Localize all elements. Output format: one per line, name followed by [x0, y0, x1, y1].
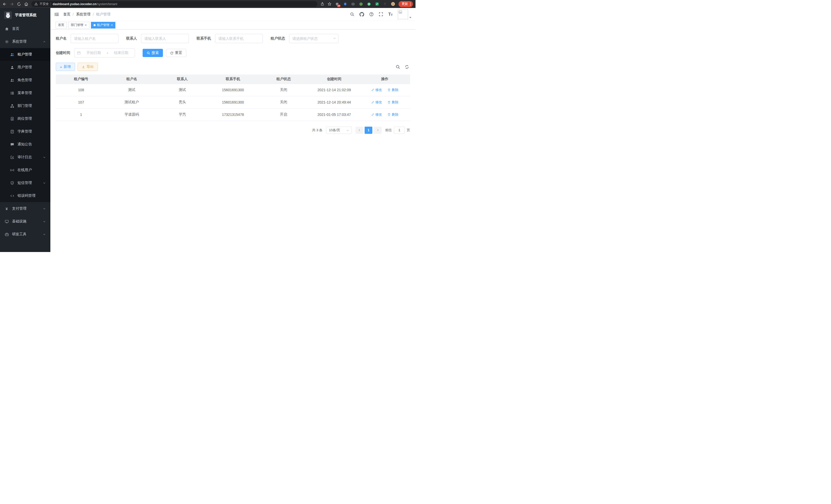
sidebar-item-system[interactable]: 系统管理 [0, 35, 50, 48]
phone-input[interactable] [215, 34, 263, 43]
extension-globe-icon[interactable] [351, 2, 355, 6]
breadcrumb-system[interactable]: 系统管理 [76, 12, 90, 17]
back-icon[interactable] [3, 2, 7, 6]
search-button[interactable]: 搜索 [143, 49, 163, 57]
sidebar-item-payment[interactable]: ¥ 支付管理 [0, 202, 50, 215]
url-domain: dashboard.yudao.iocoder.cn [53, 2, 96, 6]
sidebar-item-infra[interactable]: 基础设施 [0, 215, 50, 228]
date-separator: - [107, 51, 108, 55]
status-label: 租户状态 [270, 36, 285, 41]
goto-page-input[interactable] [394, 127, 405, 134]
extension-adblock-icon[interactable]: 10 [335, 2, 339, 6]
users-group-icon [10, 53, 14, 57]
trash-icon [388, 113, 391, 116]
tenant-name-input[interactable] [71, 34, 118, 43]
date-range-picker[interactable]: 开始日期 - 结束日期 [74, 48, 135, 58]
url-separator [51, 2, 51, 6]
sidebar-item-post[interactable]: 岗位管理 [0, 112, 50, 125]
edit-link[interactable]: 修改 [371, 88, 382, 92]
help-icon[interactable] [369, 12, 374, 17]
avatar-placeholder-icon [398, 9, 408, 19]
tenant-name-label: 租户名 [56, 36, 66, 41]
pagination: 共 3 条 10条/页 1 前往 页 [56, 127, 410, 134]
sidebar-item-dept[interactable]: 部门管理 [0, 99, 50, 112]
sidebar-item-audit-log[interactable]: 审计日志 [0, 151, 50, 164]
reset-button[interactable]: 重置 [166, 49, 186, 57]
extension-blue-icon[interactable] [343, 2, 347, 6]
page-size-select[interactable]: 10条/页 [326, 127, 352, 134]
tab-tenant[interactable]: 租户管理 × [91, 22, 116, 29]
sidebar-item-role[interactable]: 角色管理 [0, 74, 50, 87]
sidebar-item-dev-tools[interactable]: 研发工具 [0, 228, 50, 241]
share-icon[interactable] [320, 2, 324, 6]
extension-green-square-icon[interactable] [375, 2, 379, 6]
extension-green-circle-icon[interactable] [359, 2, 363, 6]
next-page-button[interactable] [374, 127, 381, 134]
search-icon[interactable] [350, 12, 354, 17]
extension-badge: 10 [337, 5, 341, 7]
shield-icon [10, 181, 14, 185]
chevron-down-icon [43, 233, 46, 236]
url-path: /system/tenant [96, 2, 117, 6]
chrome-update-button[interactable]: 更新 [399, 1, 413, 7]
hamburger-icon[interactable] [50, 12, 63, 17]
user-avatar[interactable] [398, 9, 411, 19]
url-bar[interactable]: 不安全 dashboard.yudao.iocoder.cn/system/te… [31, 1, 317, 7]
add-button[interactable]: + 新增 [56, 63, 75, 71]
sidebar-item-notice[interactable]: 通知公告 [0, 138, 50, 151]
edit-link[interactable]: 修改 [371, 100, 382, 105]
sidebar-item-error-code[interactable]: 错误码管理 [0, 189, 50, 202]
prev-page-button[interactable] [355, 127, 363, 134]
tab-home[interactable]: 首页 [56, 22, 67, 29]
chevron-down-icon [43, 207, 46, 210]
goto-page: 前往 页 [385, 127, 410, 134]
cell-id: 108 [56, 84, 106, 96]
extension-pin-icon[interactable] [382, 2, 387, 6]
monitor-icon [5, 219, 9, 224]
trash-icon [388, 101, 391, 104]
sidebar-item-dict[interactable]: 字典管理 [0, 125, 50, 138]
sidebar-item-sms[interactable]: 短信管理 [0, 176, 50, 189]
home-button-icon[interactable] [24, 2, 28, 6]
contact-input[interactable] [141, 34, 189, 43]
export-button[interactable]: 导出 [78, 63, 98, 71]
tab-dept[interactable]: 部门管理 × [68, 22, 89, 29]
page-number-button[interactable]: 1 [365, 127, 372, 134]
tags-view-bar: 首页 部门管理 × 租户管理 × [50, 21, 416, 30]
app-title: 芋道管理系统 [15, 13, 36, 18]
sidebar: 芋道管理系统 首页 系统管理 租户管理 用户管理 角色 [0, 8, 50, 252]
extension-green-ring-icon[interactable] [367, 2, 371, 6]
toggle-search-icon[interactable] [396, 65, 400, 69]
sidebar-item-user[interactable]: 用户管理 [0, 61, 50, 74]
refresh-icon[interactable] [405, 65, 409, 69]
browser-actions: 10 更新 [320, 1, 413, 7]
status-select[interactable] [289, 34, 338, 43]
sidebar-item-home[interactable]: 首页 [0, 22, 50, 35]
edit-icon [371, 88, 374, 91]
forward-icon[interactable] [10, 2, 14, 6]
breadcrumb-home[interactable]: 首页 [63, 12, 70, 17]
trash-icon [388, 88, 391, 91]
app-logo[interactable]: 芋道管理系统 [0, 8, 50, 22]
close-icon[interactable]: × [111, 23, 113, 27]
profile-avatar-icon[interactable] [391, 2, 395, 6]
fullscreen-icon[interactable] [379, 12, 383, 17]
chevron-down-icon [43, 220, 46, 223]
cell-status: 开启 [258, 109, 309, 121]
edit-link[interactable]: 修改 [371, 112, 382, 117]
sidebar-item-tenant[interactable]: 租户管理 [0, 48, 50, 61]
delete-link[interactable]: 删除 [388, 88, 398, 92]
sidebar-item-menu[interactable]: 菜单管理 [0, 87, 50, 99]
sidebar-item-online-user[interactable]: 在线用户 [0, 164, 50, 176]
close-icon[interactable]: × [85, 23, 87, 27]
reload-icon[interactable] [17, 2, 21, 6]
github-icon[interactable] [360, 12, 364, 17]
font-size-icon[interactable]: TT [388, 12, 393, 17]
delete-link[interactable]: 删除 [388, 112, 398, 117]
bookmark-star-icon[interactable] [327, 2, 332, 6]
col-created: 创建时间 [309, 75, 360, 84]
tenant-table: 租户编号 租户名 联系人 联系手机 租户状态 创建时间 操作 108 测试 测试 [56, 75, 410, 121]
money-icon: ¥ [5, 207, 9, 211]
delete-link[interactable]: 删除 [388, 100, 398, 105]
cell-ops: 修改 删除 [360, 109, 410, 121]
